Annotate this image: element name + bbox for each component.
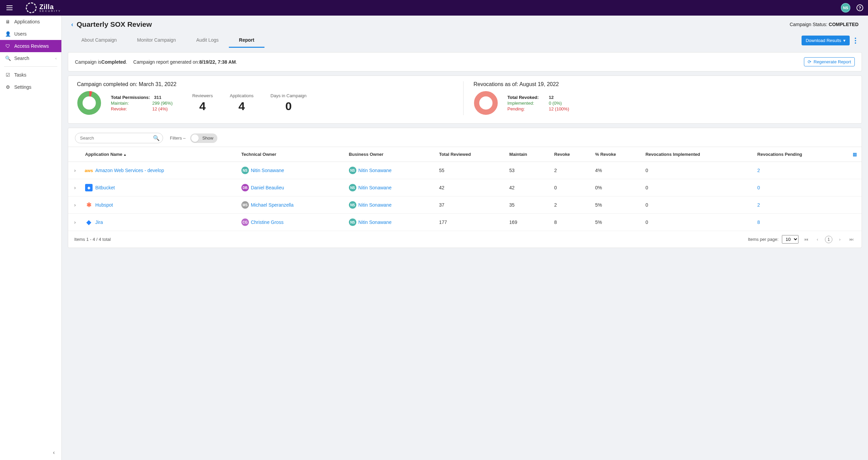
permissions-breakdown: Total Permissions:311 Maintain:299 (96%)… [111,94,173,112]
revocations-donut [474,91,498,115]
next-page-button[interactable]: › [836,235,844,244]
more-actions-button[interactable] [852,38,859,44]
download-results-button[interactable]: Download Results▾ [802,36,850,45]
biz-owner-link[interactable]: NSNitin Sonawane [349,201,432,209]
logo-icon [26,2,37,13]
metric-days-in-campaign: Days in Campaign0 [271,93,307,113]
report-status-bar: Campaign is Completed . Campaign report … [68,52,862,71]
help-icon[interactable]: ? [856,4,863,11]
col-business-owner[interactable]: Business Owner [346,147,436,162]
main-content: ‹ Quarterly SOX Review Campaign Status: … [62,16,868,460]
table-row: ›◆BitbucketDBDaniel BeaulieuNSNitin Sona… [68,179,862,196]
metric-applications: Applications4 [230,93,254,113]
prev-page-button[interactable]: ‹ [813,235,822,244]
user-avatar[interactable]: NS [841,3,850,13]
check-icon: ☑ [5,72,11,78]
campaign-status: Campaign Status: COMPLETED [790,22,859,27]
tab-report[interactable]: Report [229,33,264,48]
first-page-button[interactable]: ⏮ [802,235,810,244]
expand-row-button[interactable]: › [68,214,82,231]
pending-link[interactable]: 0 [757,185,760,190]
sidebar-item-applications[interactable]: 🖥Applications [0,16,61,28]
col-technical-owner[interactable]: Technical Owner [238,147,346,162]
search-icon: 🔍 [5,55,11,61]
completed-on-title: Campaign completed on: March 31, 2022 [77,81,456,87]
revocations-title: Revocations as of: August 19, 2022 [474,81,853,87]
items-per-page-select[interactable]: 10 [782,235,798,244]
logo: Zilla SECURITY [26,2,61,13]
svg-point-0 [80,94,99,112]
expand-row-button[interactable]: › [68,196,82,214]
biz-owner-link[interactable]: NSNitin Sonawane [349,167,432,174]
col-revoke[interactable]: Revoke [551,147,592,162]
filters-label: Filters – [170,135,185,141]
back-button[interactable]: ‹ [71,21,73,28]
svg-point-2 [476,94,495,112]
column-settings-button[interactable]: ▥ [848,147,862,162]
table-row: ›awsAmazon Web Services - developNSNitin… [68,162,862,179]
chevron-left-icon: ‹ [55,56,57,60]
sidebar-item-tasks[interactable]: ☑Tasks [0,69,61,81]
sidebar-item-settings[interactable]: ⚙Settings [0,81,61,93]
biz-owner-link[interactable]: NSNitin Sonawane [349,218,432,226]
table-row: ›◆JiraCGChristine GrossNSNitin Sonawane1… [68,214,862,231]
sidebar-item-search[interactable]: 🔍Search‹ [0,52,61,64]
app-link[interactable]: ✱Hubspot [85,201,235,209]
shield-icon: 🛡 [5,43,11,49]
gear-icon: ⚙ [5,84,11,90]
col--revoke[interactable]: % Revoke [592,147,642,162]
topbar: Zilla SECURITY NS ? [0,0,868,16]
menu-toggle-button[interactable] [5,3,14,13]
table-row: ›✱HubspotMSMichael SperanzellaNSNitin So… [68,196,862,214]
page-title: Quarterly SOX Review [77,20,152,28]
tab-monitor-campaign[interactable]: Monitor Campaign [127,33,186,48]
sidebar-item-access-reviews[interactable]: 🛡Access Reviews [0,40,61,52]
summary-card: Campaign completed on: March 31, 2022 To… [68,76,862,124]
items-count: Items 1 - 4 / 4 total [74,237,111,242]
results-table-card: 🔍 Filters – Show Application NameTechnic… [68,128,862,248]
expand-row-button[interactable]: › [68,162,82,179]
brand-sub: SECURITY [39,9,61,13]
app-link[interactable]: ◆Jira [85,218,235,226]
refresh-icon: ⟳ [808,59,811,64]
app-link[interactable]: ◆Bitbucket [85,184,235,191]
pending-link[interactable]: 8 [757,219,760,225]
col-total-reviewed[interactable]: Total Reviewed [436,147,506,162]
chevron-down-icon: ▾ [843,38,846,43]
user-icon: 👤 [5,31,11,37]
col-application-name[interactable]: Application Name [82,147,238,162]
search-input[interactable] [75,133,163,143]
col-revocations-pending[interactable]: Revocations Pending [754,147,848,162]
sidebar-item-users[interactable]: 👤Users [0,28,61,40]
tech-owner-link[interactable]: CGChristine Gross [241,218,342,226]
pending-link[interactable]: 2 [757,168,760,173]
regenerate-report-button[interactable]: ⟳ Regenerate Report [804,57,855,66]
filters-toggle[interactable]: Show [190,133,217,143]
app-link[interactable]: awsAmazon Web Services - develop [85,167,235,174]
sidebar: 🖥Applications👤Users🛡Access Reviews🔍Searc… [0,16,62,460]
monitor-icon: 🖥 [5,19,11,25]
current-page: 1 [825,236,832,243]
col-maintain[interactable]: Maintain [506,147,551,162]
tab-about-campaign[interactable]: About Campaign [71,33,127,48]
tech-owner-link[interactable]: NSNitin Sonawane [241,167,342,174]
search-icon: 🔍 [153,135,160,141]
metric-reviewers: Reviewers4 [192,93,213,113]
col-revocations-implemented[interactable]: Revocations Implemented [642,147,754,162]
last-page-button[interactable]: ⏭ [847,235,855,244]
tech-owner-link[interactable]: MSMichael Speranzella [241,201,342,209]
permissions-donut [77,91,101,115]
tab-audit-logs[interactable]: Audit Logs [186,33,229,48]
tech-owner-link[interactable]: DBDaniel Beaulieu [241,184,342,191]
sidebar-collapse-button[interactable]: ‹ [50,448,58,457]
expand-row-button[interactable]: › [68,179,82,196]
revocations-breakdown: Total Revoked:12 Implemented:0 (0%) Pend… [508,94,569,112]
biz-owner-link[interactable]: NSNitin Sonawane [349,184,432,191]
pending-link[interactable]: 2 [757,202,760,208]
